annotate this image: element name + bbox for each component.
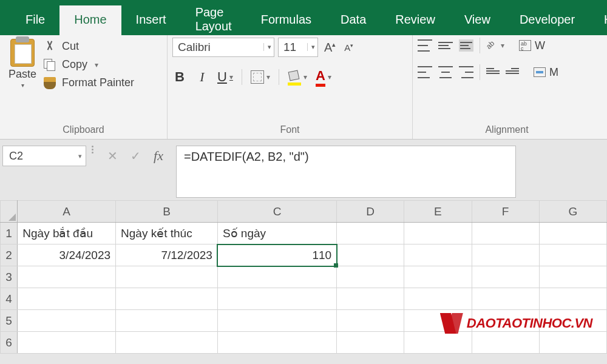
tab-view[interactable]: View	[450, 5, 505, 35]
cell-f3[interactable]	[472, 266, 539, 288]
formula-bar[interactable]: =DATEDIF(A2, B2, "d")	[176, 146, 516, 198]
cell-a3[interactable]	[18, 266, 116, 288]
align-left-button[interactable]	[418, 66, 432, 78]
cell-c5[interactable]	[217, 310, 336, 332]
cell-c4[interactable]	[217, 288, 336, 310]
cell-f1[interactable]	[472, 223, 539, 244]
cell-d2[interactable]	[337, 244, 404, 266]
cell-e6[interactable]	[404, 332, 472, 354]
cell-g1[interactable]	[539, 223, 606, 244]
tab-home[interactable]: Home	[59, 5, 121, 35]
cell-g4[interactable]	[539, 288, 606, 310]
chevron-down-icon[interactable]: ▾	[304, 73, 307, 81]
tab-formulas[interactable]: Formulas	[246, 5, 326, 35]
cell-e1[interactable]	[404, 223, 472, 244]
align-top-button[interactable]	[418, 39, 432, 52]
chevron-down-icon[interactable]: ▾	[328, 73, 331, 81]
wrap-text-button[interactable]: W	[519, 39, 545, 52]
decrease-font-size-button[interactable]: A▾	[342, 41, 356, 54]
cell-g6[interactable]	[539, 332, 606, 354]
row-header-1[interactable]: 1	[1, 223, 18, 244]
cell-g2[interactable]	[539, 244, 606, 266]
cell-d1[interactable]	[337, 223, 404, 244]
align-bottom-button[interactable]	[459, 39, 473, 52]
cell-b3[interactable]	[116, 266, 218, 288]
increase-indent-button[interactable]	[506, 67, 519, 78]
row-header-4[interactable]: 4	[1, 288, 18, 310]
align-center-button[interactable]	[438, 66, 453, 78]
cell-a4[interactable]	[18, 288, 116, 310]
tab-help[interactable]: H	[589, 5, 607, 35]
font-size-select[interactable]: 11 ▾	[278, 38, 318, 57]
cell-f2[interactable]	[472, 244, 539, 266]
cell-g3[interactable]	[539, 266, 606, 288]
cell-c2[interactable]: 110	[217, 244, 336, 266]
bold-button[interactable]: B	[172, 69, 187, 85]
font-name-select[interactable]: Calibri ▾	[172, 38, 274, 57]
column-header-e[interactable]: E	[404, 201, 472, 223]
chevron-down-icon[interactable]: ▾	[263, 43, 271, 51]
row-header-5[interactable]: 5	[1, 310, 18, 332]
row-header-3[interactable]: 3	[1, 266, 18, 288]
cell-d5[interactable]	[337, 310, 404, 332]
cut-button[interactable]: Cut	[44, 40, 134, 53]
cell-a6[interactable]	[18, 332, 116, 354]
cell-b6[interactable]	[116, 332, 218, 354]
cell-a1[interactable]: Ngày bắt đầu	[18, 223, 116, 244]
increase-font-size-button[interactable]: A▴	[322, 39, 338, 56]
cell-d6[interactable]	[337, 332, 404, 354]
cell-d4[interactable]	[337, 288, 404, 310]
column-header-g[interactable]: G	[539, 201, 606, 223]
resize-handle[interactable]	[90, 146, 95, 153]
cell-c1[interactable]: Số ngày	[217, 223, 336, 244]
borders-button[interactable]: ▾	[251, 70, 270, 84]
insert-function-button[interactable]: fx	[148, 146, 169, 166]
tab-review[interactable]: Review	[381, 5, 450, 35]
paste-dropdown-icon[interactable]: ▾	[21, 82, 24, 89]
align-middle-button[interactable]	[438, 39, 453, 52]
merge-center-button[interactable]: M	[534, 66, 558, 79]
cell-a2[interactable]: 3/24/2023	[18, 244, 116, 266]
column-header-d[interactable]: D	[337, 201, 404, 223]
chevron-down-icon[interactable]: ▾	[307, 43, 315, 51]
column-header-a[interactable]: A	[18, 201, 116, 223]
chevron-down-icon[interactable]: ▾	[266, 73, 270, 81]
enter-formula-button[interactable]: ✓	[125, 146, 146, 166]
copy-button[interactable]: Copy ▾	[44, 58, 134, 71]
tab-file[interactable]: File	[11, 5, 59, 35]
cell-e2[interactable]	[404, 244, 472, 266]
chevron-down-icon[interactable]: ▾	[501, 41, 504, 50]
cell-b1[interactable]: Ngày kết thúc	[116, 223, 218, 244]
cell-a5[interactable]	[18, 310, 116, 332]
align-right-button[interactable]	[459, 66, 473, 78]
column-header-f[interactable]: F	[472, 201, 539, 223]
tab-developer[interactable]: Developer	[505, 5, 589, 35]
paste-button[interactable]: Paste ▾	[5, 38, 40, 90]
cell-e3[interactable]	[404, 266, 472, 288]
copy-dropdown-icon[interactable]: ▾	[95, 61, 98, 69]
fill-color-button[interactable]: ▾	[288, 71, 307, 83]
chevron-down-icon[interactable]: ▾	[229, 73, 233, 81]
tab-insert[interactable]: Insert	[121, 5, 181, 35]
cell-f6[interactable]	[472, 332, 539, 354]
decrease-indent-button[interactable]	[486, 67, 500, 78]
cell-d3[interactable]	[337, 266, 404, 288]
name-box[interactable]: C2 ▾	[2, 146, 86, 166]
column-header-c[interactable]: C	[217, 201, 336, 223]
underline-button[interactable]: U▾	[217, 69, 233, 85]
font-color-button[interactable]: A▾	[316, 68, 331, 86]
cell-e4[interactable]	[404, 288, 472, 310]
column-header-b[interactable]: B	[116, 201, 218, 223]
cell-b4[interactable]	[116, 288, 218, 310]
italic-button[interactable]: I	[195, 69, 209, 85]
tab-data[interactable]: Data	[326, 5, 381, 35]
cell-c3[interactable]	[217, 266, 336, 288]
cell-b5[interactable]	[116, 310, 218, 332]
cell-f4[interactable]	[472, 288, 539, 310]
cell-b2[interactable]: 7/12/2023	[116, 244, 218, 266]
cancel-formula-button[interactable]: ✕	[102, 146, 123, 166]
cell-c6[interactable]	[217, 332, 336, 354]
orientation-button[interactable]: ▾	[486, 39, 504, 52]
row-header-2[interactable]: 2	[1, 244, 18, 266]
chevron-down-icon[interactable]: ▾	[78, 152, 82, 160]
